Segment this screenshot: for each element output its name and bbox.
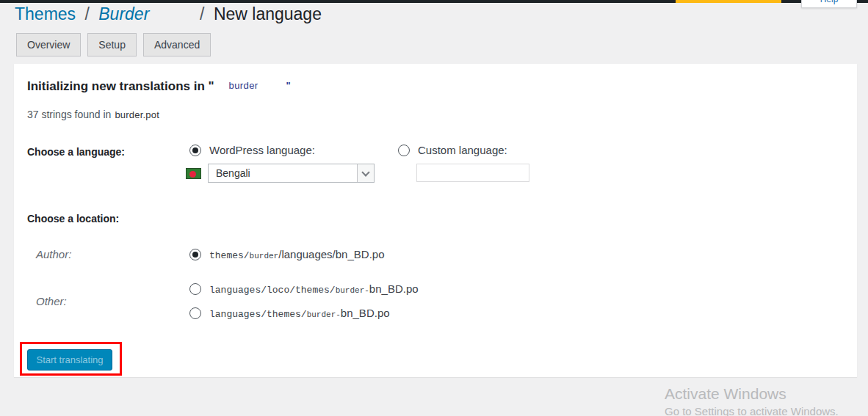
other-label: Other: <box>36 295 67 307</box>
wordpress-language-label[interactable]: WordPress language: <box>209 144 315 156</box>
heading-prefix: Initializing new translations in " <box>27 79 214 93</box>
custom-language-option: Custom language: <box>398 144 507 156</box>
language-select[interactable]: Bengali <box>208 164 375 183</box>
nav-tabs: Overview Setup Advanced <box>16 33 211 56</box>
custom-language-input[interactable] <box>416 164 529 182</box>
start-translating-button[interactable]: Start translating <box>27 349 112 371</box>
author-location-path[interactable]: themes/burder/languages/bn_BD.po <box>209 248 385 261</box>
breadcrumb-theme-link[interactable]: Burder <box>98 4 149 23</box>
heading-theme-name: burder <box>229 80 258 91</box>
watermark-line1: Activate Windows <box>665 384 839 403</box>
other-location-option-1: languages/loco/themes/burder-bn_BD.po <box>189 282 419 296</box>
main-panel: Initializing new translations in "burder… <box>14 64 857 377</box>
custom-language-radio[interactable] <box>398 145 410 156</box>
heading-closing-quote: " <box>286 80 291 91</box>
page-title: New language <box>214 4 322 23</box>
wordpress-language-option: WordPress language: <box>189 144 315 156</box>
other-location-option-2: languages/themes/burder-bn_BD.po <box>189 307 390 320</box>
tab-overview[interactable]: Overview <box>16 33 81 56</box>
bangladesh-flag-icon <box>186 168 201 179</box>
chevron-down-icon <box>357 164 374 182</box>
admin-bar-accent-segment <box>676 0 781 3</box>
watermark-line2: Go to Settings to activate Windows. <box>665 405 839 416</box>
other-location-path-1[interactable]: languages/loco/themes/burder-bn_BD.po <box>209 282 419 296</box>
author-location-radio[interactable] <box>189 249 201 260</box>
breadcrumb-themes-link[interactable]: Themes <box>15 4 76 23</box>
tab-advanced[interactable]: Advanced <box>143 33 211 56</box>
help-button-label: Help <box>802 0 856 4</box>
author-location-option: themes/burder/languages/bn_BD.po <box>189 248 385 261</box>
strings-found-text: 37 strings found inburder.pot <box>27 109 159 120</box>
language-select-value: Bengali <box>216 167 250 179</box>
activate-windows-watermark: Activate Windows Go to Settings to activ… <box>665 384 839 416</box>
help-button[interactable]: Help <box>801 0 857 8</box>
panel-heading: Initializing new translations in "burder… <box>27 79 291 94</box>
author-label: Author: <box>36 248 71 260</box>
wordpress-language-radio[interactable] <box>189 145 201 156</box>
choose-language-label: Choose a language: <box>27 146 125 158</box>
other-location-radio-1[interactable] <box>189 283 201 295</box>
breadcrumb-separator: / <box>200 4 204 23</box>
template-file-name: burder.pot <box>115 109 159 120</box>
breadcrumb-separator: / <box>84 4 89 23</box>
breadcrumb: Themes / Burder / New language <box>15 4 322 24</box>
strings-found-prefix: 37 strings found in <box>27 109 111 120</box>
language-select-row: Bengali <box>186 164 375 183</box>
custom-language-label[interactable]: Custom language: <box>418 144 507 156</box>
tab-setup[interactable]: Setup <box>87 33 137 56</box>
other-location-path-2[interactable]: languages/themes/burder-bn_BD.po <box>209 307 390 320</box>
choose-location-label: Choose a location: <box>27 213 119 225</box>
admin-bar <box>0 0 868 3</box>
other-location-radio-2[interactable] <box>189 307 201 319</box>
